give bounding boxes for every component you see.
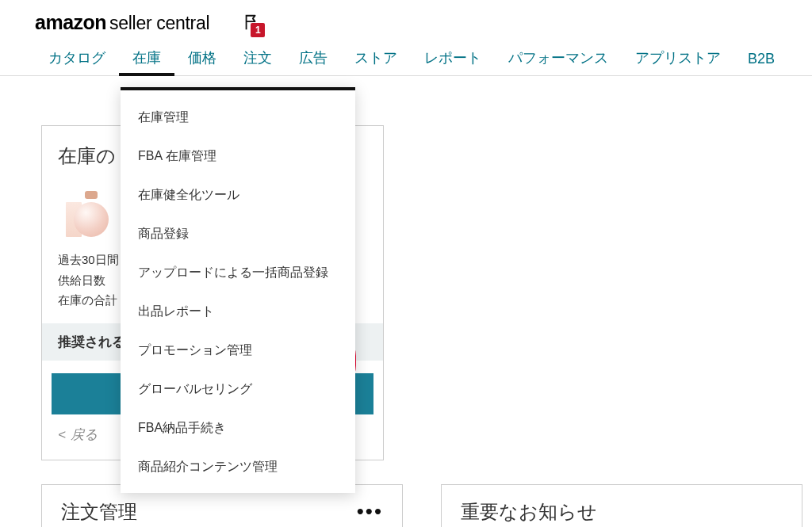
nav-orders[interactable]: 注文 (230, 48, 285, 75)
brand-seller-central: seller central (109, 13, 209, 34)
nav-catalog[interactable]: カタログ (35, 48, 119, 75)
nav-inventory[interactable]: 在庫 (119, 48, 174, 75)
nav-stores[interactable]: ストア (341, 48, 411, 75)
top-bar: amazon seller central 1 (0, 0, 812, 44)
brand-amazon: amazon (35, 11, 106, 34)
notification-badge: 1 (251, 23, 265, 37)
main-nav: カタログ 在庫 価格 注文 広告 ストア レポート パフォーマンス アプリストア… (0, 44, 812, 76)
nav-b2b[interactable]: B2B (734, 51, 788, 75)
nav-pricing[interactable]: 価格 (174, 48, 230, 75)
nav-ads[interactable]: 広告 (285, 48, 341, 75)
nav-appstore[interactable]: アプリストア (622, 48, 734, 75)
brand-logo[interactable]: amazon seller central (35, 11, 209, 34)
nav-performance[interactable]: パフォーマンス (495, 48, 622, 75)
nav-reports[interactable]: レポート (411, 48, 495, 75)
notifications-flag[interactable]: 1 (243, 13, 257, 31)
